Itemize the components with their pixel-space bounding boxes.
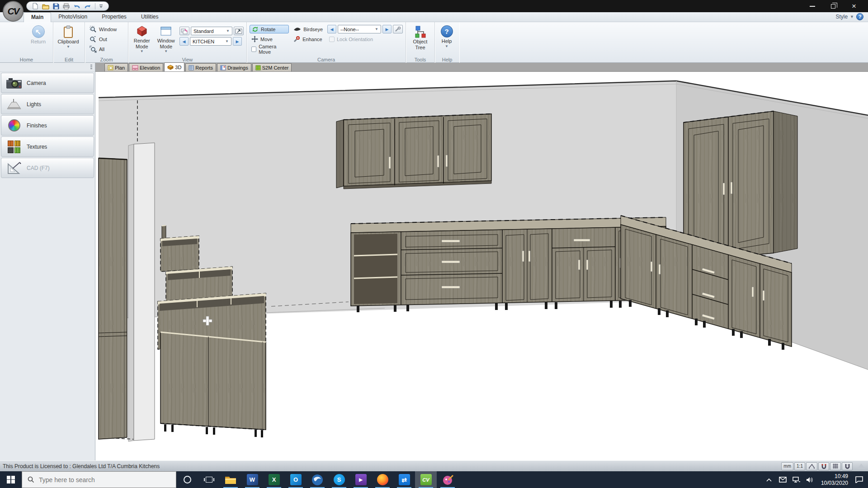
- cad-snap-button[interactable]: [806, 462, 817, 470]
- style-caret-icon[interactable]: ▼: [850, 14, 854, 19]
- zoom-all-button[interactable]: All: [88, 45, 118, 53]
- style-label[interactable]: Style: [835, 14, 848, 20]
- tray-network-button[interactable]: [789, 471, 803, 488]
- camera-settings-button[interactable]: [393, 25, 403, 33]
- start-button[interactable]: [0, 471, 22, 488]
- render-style-select[interactable]: Standard▼: [191, 27, 232, 35]
- clipboard-button[interactable]: Clipboard ▼: [56, 24, 80, 48]
- 3d-canvas[interactable]: [95, 72, 868, 460]
- taskbar-app-teamviewer[interactable]: ⇄: [393, 471, 415, 488]
- cortana-button[interactable]: [176, 471, 198, 488]
- group-edit-label: Edit: [53, 57, 85, 62]
- checkbox-icon: [329, 37, 335, 42]
- 3d-viewport[interactable]: [95, 72, 868, 460]
- sidebar-item-camera[interactable]: Camera: [1, 73, 94, 93]
- render-settings-button[interactable]: [179, 27, 189, 35]
- redo-icon[interactable]: [84, 3, 91, 9]
- move-button[interactable]: Move: [250, 35, 289, 43]
- return-button[interactable]: ↖ Return: [26, 24, 50, 45]
- next-room-button[interactable]: ▶: [233, 37, 242, 46]
- room-select[interactable]: KITCHEN▼: [190, 37, 231, 46]
- birdseye-button[interactable]: Birdseye: [292, 25, 325, 33]
- view-tab-drawings[interactable]: Drawings: [217, 63, 251, 71]
- minimize-button[interactable]: [802, 0, 823, 12]
- tray-volume-button[interactable]: [803, 471, 816, 488]
- tab-properties[interactable]: Properties: [94, 12, 134, 22]
- tab-utilities[interactable]: Utilities: [134, 12, 166, 22]
- prev-room-button[interactable]: ◀: [179, 37, 189, 46]
- resize-grip-icon[interactable]: [857, 464, 865, 469]
- zoom-window-icon: [90, 26, 97, 33]
- help-caret-icon: ▼: [445, 45, 448, 47]
- tray-expand-button[interactable]: [762, 471, 776, 488]
- taskbar-clock[interactable]: 10:49 10/03/2020: [816, 473, 850, 487]
- magnet-snap-button[interactable]: [818, 462, 829, 470]
- sidebar-item-textures[interactable]: Textures: [1, 136, 94, 157]
- view-tab-plan[interactable]: Plan: [104, 63, 128, 71]
- wall-cabinets-center[interactable]: [336, 114, 491, 189]
- sidebar-header: [0, 63, 95, 72]
- app-logo[interactable]: CV: [3, 1, 24, 22]
- sidebar-item-cad[interactable]: CAD (F7): [1, 158, 94, 178]
- task-view-button[interactable]: [198, 471, 220, 488]
- taskbar-app-excel[interactable]: X: [263, 471, 285, 488]
- grid-snap-button[interactable]: [830, 462, 841, 470]
- drag-grip-icon[interactable]: [90, 65, 92, 70]
- taskbar-search[interactable]: [22, 471, 176, 488]
- view-tab-3d[interactable]: 3D: [164, 62, 184, 71]
- action-center-button[interactable]: [850, 471, 868, 488]
- save-icon[interactable]: [53, 3, 59, 9]
- magnet-grid-snap-button[interactable]: [842, 462, 853, 470]
- lock-orientation-checkbox[interactable]: Lock Orientation: [327, 35, 403, 43]
- scale-indicator[interactable]: 1:1: [794, 462, 805, 470]
- close-button[interactable]: ×: [844, 0, 864, 12]
- tray-mail-button[interactable]: [776, 471, 789, 488]
- base-cabinets-back[interactable]: [351, 217, 666, 312]
- help-button[interactable]: ? Help ▼: [438, 24, 456, 47]
- search-input[interactable]: [39, 476, 156, 483]
- sidebar-item-lights[interactable]: Lights: [1, 94, 94, 114]
- search-icon: [28, 476, 34, 483]
- customize-quick-access-icon[interactable]: [99, 4, 103, 9]
- taskbar-app-outlook[interactable]: O: [285, 471, 307, 488]
- view-tab-s2m-center[interactable]: S2M Center: [252, 63, 292, 71]
- group-home-label: Home: [0, 57, 53, 62]
- taskbar-app-cabinet-vision[interactable]: CV: [415, 471, 437, 488]
- style-help-icon[interactable]: ?: [856, 13, 863, 20]
- rotate-button[interactable]: Rotate: [250, 25, 289, 33]
- restore-button[interactable]: [823, 0, 844, 12]
- cad-snap-icon: [808, 463, 815, 469]
- prev-camera-button[interactable]: ◀: [327, 25, 336, 33]
- units-indicator[interactable]: mm: [781, 462, 793, 470]
- print-icon[interactable]: [63, 3, 70, 9]
- camera-move-checkbox[interactable]: Camera Move: [250, 45, 289, 53]
- view-tab-reports[interactable]: Reports: [185, 63, 216, 71]
- tab-main[interactable]: Main: [24, 12, 51, 22]
- taskbar-app-movies-tv[interactable]: ▶: [350, 471, 372, 488]
- fit-view-icon: [235, 28, 242, 34]
- new-document-icon[interactable]: [32, 3, 38, 9]
- enhance-button[interactable]: Enhance: [292, 35, 325, 43]
- undo-icon[interactable]: [73, 3, 80, 9]
- group-camera-label: Camera: [247, 57, 406, 62]
- view-tab-elevation[interactable]: Elevation: [129, 63, 163, 71]
- object-tree-button[interactable]: Object Tree: [409, 24, 432, 50]
- fit-view-button[interactable]: [234, 27, 244, 35]
- window-mode-button[interactable]: Window Mode ▼: [156, 24, 177, 52]
- camera-select[interactable]: --None--▼: [338, 25, 381, 33]
- tall-cabinet-left[interactable]: [99, 158, 127, 439]
- next-camera-button[interactable]: ▶: [382, 25, 392, 33]
- move-icon: [251, 36, 258, 42]
- taskbar-app-paint3d[interactable]: [437, 471, 458, 488]
- taskbar-app-word[interactable]: W: [241, 471, 263, 488]
- taskbar-app-file-explorer[interactable]: [220, 471, 241, 488]
- sidebar-item-finishes[interactable]: Finishes: [1, 115, 94, 136]
- taskbar-app-thunderbird[interactable]: [307, 471, 328, 488]
- open-folder-icon[interactable]: [42, 3, 49, 9]
- tab-photovision[interactable]: PhotoVision: [51, 12, 94, 22]
- render-mode-button[interactable]: Render Mode ▼: [131, 24, 153, 52]
- zoom-window-button[interactable]: Window: [88, 25, 118, 33]
- taskbar-app-skype[interactable]: S: [328, 471, 350, 488]
- zoom-out-button[interactable]: Out: [88, 35, 118, 43]
- taskbar-app-firefox[interactable]: [372, 471, 393, 488]
